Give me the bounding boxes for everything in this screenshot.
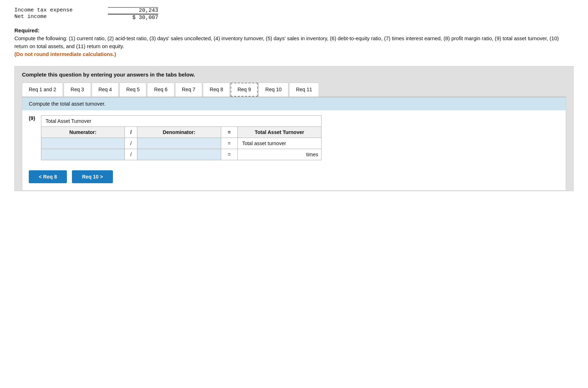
income-tax-value: 20,243 — [108, 7, 158, 14]
tab-req10[interactable]: Req 10 — [259, 83, 288, 97]
nav-buttons: Req 8 Req 10 — [22, 165, 566, 183]
required-section: Required: Compute the following: (1) cur… — [14, 27, 574, 58]
table-section: (9) Total Asset Turnover Numerator: / De… — [22, 110, 566, 165]
denominator-field-2[interactable] — [142, 152, 216, 157]
required-text: Compute the following: (1) current ratio… — [14, 35, 574, 58]
equals-2: = — [221, 149, 238, 160]
col-header-denominator: Denominator: — [137, 127, 221, 138]
content-area: Compute the total asset turnover. (9) To… — [22, 97, 566, 191]
tab-req1and2[interactable]: Req 1 and 2 — [22, 83, 63, 97]
table-title: Total Asset Turnover — [41, 116, 321, 127]
complete-box: Complete this question by entering your … — [14, 66, 574, 191]
required-body: Compute the following: (1) current ratio… — [14, 36, 559, 49]
net-income-value: $ 30,007 — [108, 14, 158, 21]
tab-req3[interactable]: Req 3 — [64, 83, 91, 97]
tab-req5[interactable]: Req 5 — [119, 83, 146, 97]
complete-title: Complete this question by entering your … — [22, 71, 566, 78]
numerator-field-2[interactable] — [46, 152, 120, 157]
table-row: / = Total asset turnover — [41, 138, 321, 149]
income-tax-row: Income tax expense 20,243 — [14, 7, 574, 14]
net-income-label: Net income — [14, 14, 108, 21]
slash-2: / — [125, 149, 137, 160]
tab-req6[interactable]: Req 6 — [147, 83, 174, 97]
tab-req4[interactable]: Req 4 — [92, 83, 119, 97]
slash-1: / — [125, 138, 137, 149]
denominator-field-1[interactable] — [142, 140, 216, 146]
section-number: (9) — [29, 115, 35, 121]
tab-req9[interactable]: Req 9 — [231, 83, 257, 97]
required-note: (Do not round intermediate calculations.… — [14, 51, 116, 57]
equals-1: = — [221, 138, 238, 149]
tabs-row: Req 1 and 2 Req 3 Req 4 Req 5 Req 6 Req … — [22, 83, 566, 97]
main-page: Income tax expense 20,243 Net income $ 3… — [0, 0, 588, 388]
ratio-table: Total Asset Turnover Numerator: / Denomi… — [41, 115, 322, 160]
tab-req11[interactable]: Req 11 — [289, 83, 319, 97]
col-header-slash: / — [125, 127, 137, 138]
table-row: / = times — [41, 149, 321, 160]
tab-req7[interactable]: Req 7 — [175, 83, 202, 97]
result-label-1: Total asset turnover — [238, 138, 322, 149]
col-header-equals: = — [221, 127, 238, 138]
back-button[interactable]: Req 8 — [29, 170, 67, 183]
forward-button[interactable]: Req 10 — [72, 170, 113, 183]
numerator-input-2[interactable] — [41, 149, 125, 160]
content-header: Compute the total asset turnover. — [22, 97, 566, 110]
numerator-field-1[interactable] — [46, 140, 120, 146]
tab-req8[interactable]: Req 8 — [203, 83, 230, 97]
denominator-input-2[interactable] — [137, 149, 221, 160]
denominator-input-1[interactable] — [137, 138, 221, 149]
income-tax-label: Income tax expense — [14, 7, 108, 14]
required-title: Required: — [14, 27, 574, 33]
col-header-numerator: Numerator: — [41, 127, 125, 138]
net-income-row: Net income $ 30,007 — [14, 14, 574, 21]
numerator-input-1[interactable] — [41, 138, 125, 149]
col-header-result: Total Asset Turnover — [238, 127, 322, 138]
result-times: times — [238, 149, 322, 160]
income-table: Income tax expense 20,243 Net income $ 3… — [14, 7, 574, 21]
